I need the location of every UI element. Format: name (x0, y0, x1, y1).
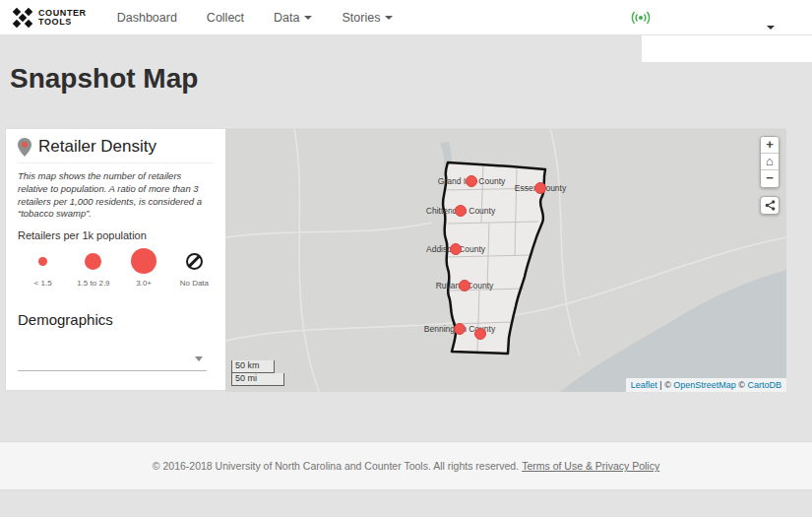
nav-item-data[interactable]: Data (259, 0, 327, 35)
countertools-logo-icon (12, 7, 33, 29)
map-zoom-controls: + ⌂ − (760, 136, 780, 188)
county-marker[interactable] (451, 244, 462, 255)
county-marker[interactable] (535, 183, 546, 194)
caret-down-icon (385, 16, 393, 20)
legend-item: < 1.5 (18, 247, 68, 288)
nav-item-collect[interactable]: Collect (192, 0, 259, 35)
density-dot-small (38, 257, 47, 266)
brand-line2: TOOLS (38, 18, 87, 27)
scale-mi: 50 mi (231, 373, 284, 386)
caret-down-icon (304, 16, 312, 20)
nav-menu: DashboardCollectDataStories (102, 0, 408, 35)
zoom-in-button[interactable]: + (761, 137, 779, 154)
page-title: Snapshot Map (10, 63, 198, 95)
broadcast-icon (630, 10, 652, 26)
leaflet-link[interactable]: Leaflet (631, 380, 657, 390)
footer-privacy-link[interactable]: Terms of Use & Privacy Policy (522, 460, 659, 472)
panel-description: This map shows the number of retailers r… (18, 170, 213, 221)
legend-row: < 1.51.5 to 2.93.0+No Data (18, 247, 219, 288)
scale-km: 50 km (231, 360, 275, 373)
cartodb-link[interactable]: CartoDB (747, 380, 781, 390)
legend-label: 3.0+ (136, 279, 152, 288)
map-svg: Grand Isle CountyEssex CountyChittenden … (225, 129, 786, 392)
user-menu-toggle[interactable] (767, 16, 775, 33)
openstreetmap-link[interactable]: OpenStreetMap (673, 380, 736, 390)
share-icon (765, 200, 776, 211)
caret-down-icon (767, 26, 775, 30)
county-marker[interactable] (475, 329, 486, 340)
attribution-separator-2: © (736, 380, 748, 390)
nav-item-label: Dashboard (117, 11, 177, 25)
legend-item: 3.0+ (119, 247, 169, 288)
nav-item-label: Data (274, 11, 299, 25)
panel-header: Retailer Density (18, 137, 214, 163)
brand-text: COUNTER TOOLS (38, 9, 87, 27)
footer-text: © 2016-2018 University of North Carolina… (153, 460, 519, 472)
nav-item-stories[interactable]: Stories (327, 0, 407, 35)
footer: © 2016-2018 University of North Carolina… (0, 441, 812, 490)
navbar: COUNTER TOOLS DashboardCollectDataStorie… (0, 0, 812, 35)
demographics-title: Demographics (18, 311, 214, 328)
map-canvas[interactable]: Grand Isle CountyEssex CountyChittenden … (225, 129, 786, 392)
broadcast-status-icon[interactable] (630, 10, 652, 30)
retailer-density-panel: Retailer Density This map shows the numb… (6, 129, 225, 390)
zoom-home-button[interactable]: ⌂ (761, 154, 779, 170)
legend-item: No Data (169, 247, 219, 288)
brand-logo[interactable]: COUNTER TOOLS (0, 7, 96, 29)
chevron-down-icon (195, 356, 203, 361)
county-marker[interactable] (455, 324, 466, 335)
map-scale: 50 km 50 mi (231, 360, 284, 386)
zoom-out-button[interactable]: − (761, 170, 779, 187)
nav-item-label: Collect (207, 11, 244, 25)
attribution-separator: | © (657, 380, 673, 390)
map-pin-icon (18, 138, 31, 157)
legend-label: < 1.5 (34, 279, 52, 288)
legend-item: 1.5 to 2.9 (68, 247, 118, 288)
no-data-icon (186, 253, 203, 270)
legend-label: 1.5 to 2.9 (77, 279, 109, 288)
topright-panel (642, 35, 812, 62)
panel-title: Retailer Density (38, 137, 156, 157)
legend-title: Retailers per 1k population (18, 229, 214, 241)
nav-item-label: Stories (342, 11, 380, 25)
density-dot-large (131, 248, 156, 274)
snapshot-map-card: Retailer Density This map shows the numb… (5, 128, 785, 391)
county-marker[interactable] (456, 206, 467, 217)
density-dot-medium (85, 253, 101, 270)
nav-item-dashboard[interactable]: Dashboard (102, 0, 192, 35)
county-marker[interactable] (467, 176, 477, 187)
share-button[interactable] (760, 196, 780, 215)
county-marker[interactable] (460, 281, 470, 291)
demographics-select[interactable] (18, 348, 207, 371)
map-attribution: Leaflet | © OpenStreetMap © CartoDB (626, 378, 786, 392)
legend-label: No Data (180, 279, 209, 288)
